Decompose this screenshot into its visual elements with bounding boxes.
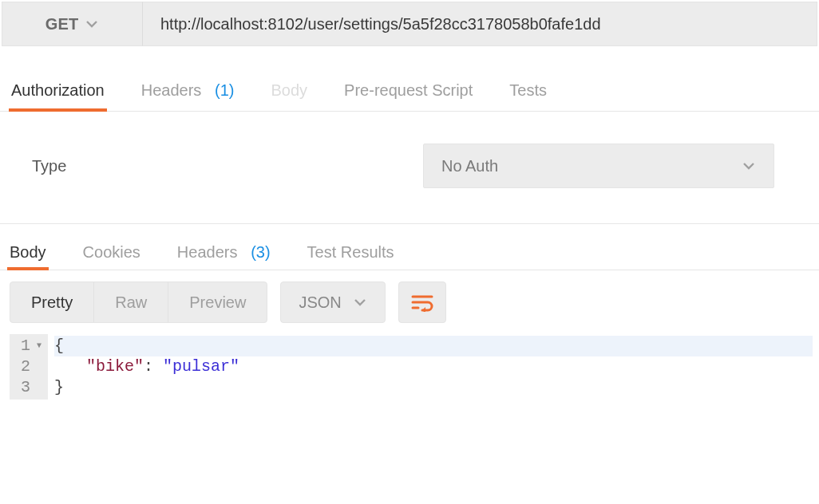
request-url-input[interactable] [142,2,817,46]
view-mode-label: Pretty [31,293,73,312]
response-toolbar: Pretty Raw Preview JSON [0,270,819,334]
auth-panel: Type No Auth [0,112,819,224]
tab-label: Pre-request Script [344,81,473,99]
code-gutter: 1▼ 2 3 [10,334,48,400]
tab-authorization[interactable]: Authorization [11,81,105,111]
auth-selected-value: No Auth [441,157,498,175]
auth-type-select[interactable]: No Auth [423,144,774,188]
tab-label: Authorization [11,81,105,99]
http-method-select[interactable]: GET [2,2,142,46]
response-body-code[interactable]: 1▼ 2 3 { "bike": "pulsar" } [10,334,819,400]
tab-label: Body [10,243,46,261]
tab-label: Body [271,81,308,99]
line-number: 1 [21,336,30,356]
wrap-icon [410,293,434,312]
response-tab-cookies[interactable]: Cookies [83,243,140,270]
response-format-select[interactable]: JSON [280,282,385,323]
fold-icon[interactable]: ▼ [34,336,42,356]
view-mode-group: Pretty Raw Preview [10,282,267,323]
view-mode-raw[interactable]: Raw [94,282,168,322]
tab-count: (1) [215,81,234,99]
response-tab-test-results[interactable]: Test Results [307,243,394,270]
request-tabs: Authorization Headers (1) Body Pre-reque… [0,46,819,112]
chevron-down-icon [353,297,367,307]
tab-pre-request-script[interactable]: Pre-request Script [344,81,473,111]
wrap-lines-button[interactable] [398,282,446,323]
chevron-down-icon [85,19,99,29]
auth-type-label: Type [32,157,423,175]
line-number: 3 [21,377,30,398]
view-mode-label: Raw [115,293,147,312]
tab-label: Test Results [307,243,394,261]
tab-label: Headers [177,243,238,261]
chevron-down-icon [742,161,756,171]
tab-label: Headers [141,81,202,99]
response-tabs: Body Cookies Headers (3) Test Results [0,224,819,270]
tab-headers[interactable]: Headers (1) [141,81,235,111]
tab-label: Cookies [83,243,140,261]
http-method-label: GET [46,15,79,33]
response-tab-body[interactable]: Body [10,243,46,270]
tab-body[interactable]: Body [271,81,308,111]
view-mode-preview[interactable]: Preview [168,282,267,322]
response-tab-headers[interactable]: Headers (3) [177,243,271,270]
code-content: { "bike": "pulsar" } [48,334,819,400]
tab-count: (3) [251,243,270,261]
view-mode-pretty[interactable]: Pretty [10,282,94,322]
tab-label: Tests [509,81,547,99]
line-number: 2 [21,356,30,377]
format-selected-value: JSON [299,293,341,312]
view-mode-label: Preview [189,293,246,312]
tab-tests[interactable]: Tests [509,81,547,111]
